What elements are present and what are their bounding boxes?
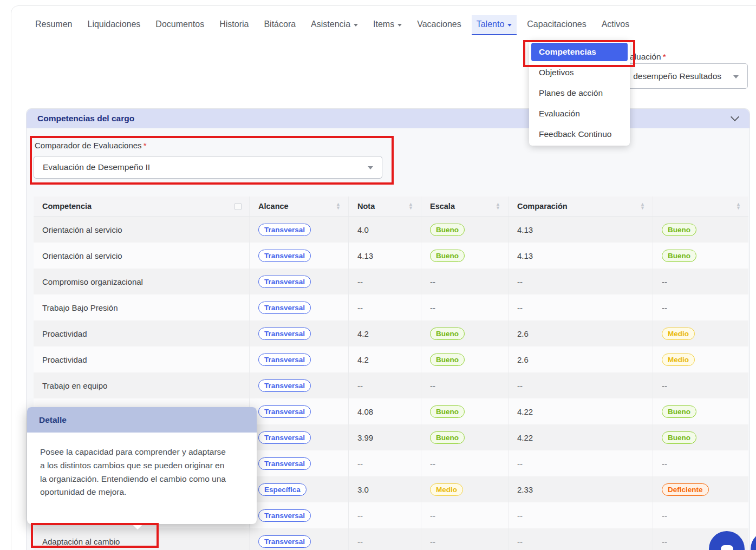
cell-resultado: Deficiente [653,476,748,502]
tab-talento[interactable]: Talento [472,15,517,35]
table-row: Compromiso organizacionalTransversal----… [34,269,748,294]
sort-icon[interactable]: ▲▼ [408,202,413,210]
cell-comparacion: -- [508,450,653,476]
cell-alcance: Transversal [249,502,348,528]
badge-transversal: Transversal [258,353,311,366]
competencias-panel-header[interactable]: Competencias del cargo [27,109,750,128]
badge-bueno: Bueno [662,405,696,418]
tab-documentos[interactable]: Documentos [151,15,209,35]
comparacion-value: 4.22 [517,433,533,442]
detail-tooltip-text: Posee la capacidad para comprender y ada… [40,446,229,499]
caret-down-icon [397,24,402,27]
badge-bueno: Bueno [430,224,465,236]
column-checkbox[interactable] [234,203,242,210]
table-row: Trabajo en equipoTransversal-------- [34,372,748,398]
cell-alcance: Transversal [249,217,348,243]
tab-vacaciones[interactable]: Vacaciones [412,15,466,35]
cell-resultado: -- [653,372,748,398]
cell-resultado: -- [653,294,748,320]
column-header-alcance: Alcance▲▼ [249,197,348,216]
cell-comparacion: -- [508,502,653,528]
sort-icon[interactable]: ▲▼ [336,202,341,210]
badge-bueno: Bueno [430,431,465,444]
caret-down-icon [354,24,358,27]
empty-value: -- [517,459,523,468]
menu-item-objetivos[interactable]: Objetivos [531,63,628,82]
nota-value: 4.2 [357,329,369,338]
tab-label: Vacaciones [417,19,461,29]
cell-alcance: Transversal [249,320,348,346]
cell-competencia[interactable]: Orientación al servicio [34,217,249,243]
badge-bueno: Bueno [662,250,696,262]
empty-value: -- [662,511,667,520]
competencia-value: Trabajo en equipo [42,381,107,390]
cell-resultado: Bueno [653,398,748,424]
cell-resultado: -- [653,450,748,476]
comparator-select[interactable]: Evaluación de Desempeño II [34,156,382,179]
tab-historia[interactable]: Historia [214,15,253,35]
cell-alcance: Específica [249,476,348,502]
cell-competencia[interactable]: Orientación al servicio [34,243,249,269]
cell-competencia[interactable]: Adaptación al cambio [34,528,249,550]
nota-value: 4.08 [357,407,373,416]
cell-competencia[interactable]: Trabajo Bajo Presión [34,294,249,320]
badge-transversal: Transversal [258,535,311,548]
empty-value: -- [517,537,523,546]
column-header-actions: ▲▼ [653,197,748,216]
menu-item-feedback-continuo[interactable]: Feedback Continuo [531,125,628,143]
cell-escala: Bueno [421,346,508,372]
empty-value: -- [357,459,363,468]
badge-transversal: Transversal [258,328,311,340]
empty-value: -- [357,537,363,546]
cell-comparacion: -- [508,294,653,320]
competencia-value: Adaptación al cambio [42,537,120,546]
empty-value: -- [430,537,435,546]
column-header-escala: Escala▲▼ [421,197,508,216]
cell-competencia[interactable]: Proactividad [34,346,249,372]
menu-item-competencias[interactable]: Competencias [531,43,628,61]
badge-transversal: Transversal [258,379,311,392]
empty-value: -- [662,277,667,286]
cell-escala: Bueno [421,398,508,424]
tab-liquidaciones[interactable]: Liquidaciones [82,15,145,35]
cell-comparacion: 4.22 [508,398,653,424]
menu-item-planes-de-acción[interactable]: Planes de acción [531,84,628,102]
cell-nota: -- [348,450,421,476]
tab-bitácora[interactable]: Bitácora [259,15,301,35]
cell-resultado: Medio [653,320,748,346]
cell-nota: 4.2 [348,346,421,372]
sort-icon[interactable]: ▲▼ [496,202,500,210]
tab-resumen[interactable]: Resumen [30,15,77,35]
sort-icon[interactable]: ▲▼ [736,202,741,210]
column-header-competencia: Competencia [34,197,249,216]
comparator-select-value: Evaluación de Desempeño II [43,162,150,172]
collapse-chevron-icon[interactable] [731,113,739,121]
empty-value: -- [517,511,523,520]
empty-value: -- [430,303,435,312]
tab-asistencia[interactable]: Asistencia [306,15,363,35]
cell-escala: -- [421,528,508,550]
badge-bueno: Bueno [430,328,465,340]
sort-icon[interactable]: ▲▼ [640,202,645,210]
badge-medio: Medio [662,353,695,366]
menu-item-evaluación[interactable]: Evaluación [531,104,628,123]
table-row: Trabajo Bajo PresiónTransversal-------- [34,294,748,320]
top-nav: ResumenLiquidacionesDocumentosHistoriaBi… [30,15,634,35]
empty-value: -- [517,277,523,286]
chevron-down-icon [733,75,739,78]
cell-competencia[interactable]: Compromiso organizacional [34,269,249,294]
cell-competencia[interactable]: Trabajo en equipo [34,372,249,398]
cell-escala: Bueno [421,424,508,450]
cell-escala: Bueno [421,217,508,243]
tab-activos[interactable]: Activos [597,15,635,35]
badge-medio: Medio [430,483,463,496]
badge-transversal: Transversal [258,250,311,262]
column-label: Competencia [42,202,92,211]
tab-items[interactable]: Items [368,15,407,35]
tab-capacitaciones[interactable]: Capacitaciones [522,15,591,35]
cell-alcance: Transversal [249,528,348,550]
cell-competencia[interactable]: Proactividad [34,320,249,346]
cell-alcance: Transversal [249,398,348,424]
column-label: Escala [430,202,455,211]
empty-value: -- [517,303,523,312]
